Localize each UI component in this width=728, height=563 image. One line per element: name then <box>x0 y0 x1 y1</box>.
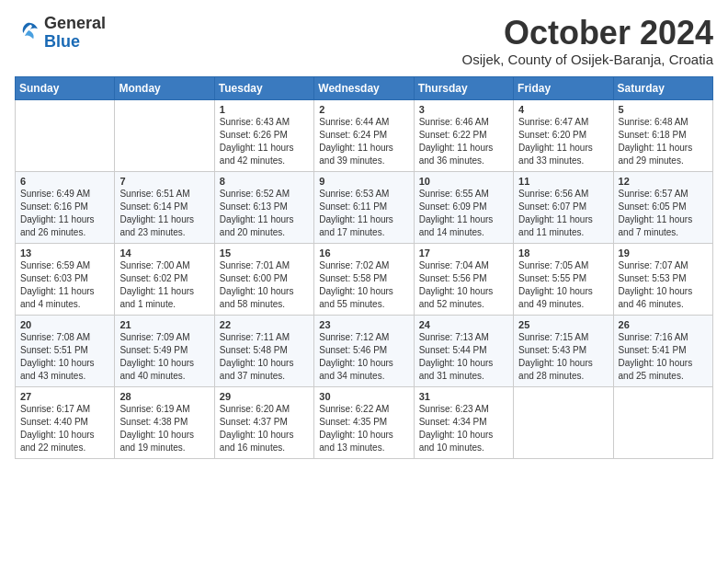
calendar-week-row: 1Sunrise: 6:43 AMSunset: 6:26 PMDaylight… <box>16 99 713 171</box>
day-number: 6 <box>20 176 109 187</box>
day-number: 15 <box>220 247 309 259</box>
day-info: Sunrise: 7:01 AMSunset: 6:00 PMDaylight:… <box>220 259 309 311</box>
calendar-cell: 17Sunrise: 7:04 AMSunset: 5:56 PMDayligh… <box>414 243 513 315</box>
calendar-cell: 12Sunrise: 6:57 AMSunset: 6:05 PMDayligh… <box>613 171 712 243</box>
calendar-cell: 8Sunrise: 6:52 AMSunset: 6:13 PMDaylight… <box>214 171 313 243</box>
day-info: Sunrise: 6:52 AMSunset: 6:13 PMDaylight:… <box>220 188 309 239</box>
day-info: Sunrise: 6:46 AMSunset: 6:22 PMDaylight:… <box>419 116 508 167</box>
day-header-thursday: Thursday <box>414 76 513 99</box>
day-header-wednesday: Wednesday <box>314 76 414 99</box>
calendar-cell <box>514 386 613 458</box>
day-info: Sunrise: 6:48 AMSunset: 6:18 PMDaylight:… <box>619 116 708 167</box>
calendar-header-row: SundayMondayTuesdayWednesdayThursdayFrid… <box>16 76 713 99</box>
calendar-cell: 21Sunrise: 7:09 AMSunset: 5:49 PMDayligh… <box>115 315 214 386</box>
calendar-cell: 24Sunrise: 7:13 AMSunset: 5:44 PMDayligh… <box>414 315 513 386</box>
day-info: Sunrise: 7:09 AMSunset: 5:49 PMDaylight:… <box>119 331 209 383</box>
calendar-cell: 15Sunrise: 7:01 AMSunset: 6:00 PMDayligh… <box>214 243 313 315</box>
calendar-week-row: 20Sunrise: 7:08 AMSunset: 5:51 PMDayligh… <box>16 315 713 386</box>
day-info: Sunrise: 6:51 AMSunset: 6:14 PMDaylight:… <box>119 188 209 239</box>
day-info: Sunrise: 6:19 AMSunset: 4:38 PMDaylight:… <box>119 403 209 454</box>
day-info: Sunrise: 7:12 AMSunset: 5:46 PMDaylight:… <box>319 331 408 383</box>
day-number: 5 <box>619 104 708 115</box>
calendar-cell: 10Sunrise: 6:55 AMSunset: 6:09 PMDayligh… <box>414 171 513 243</box>
day-info: Sunrise: 6:55 AMSunset: 6:09 PMDaylight:… <box>419 188 508 239</box>
day-header-sunday: Sunday <box>16 76 115 99</box>
day-info: Sunrise: 7:04 AMSunset: 5:56 PMDaylight:… <box>419 259 508 311</box>
day-number: 16 <box>319 247 408 259</box>
day-number: 30 <box>319 391 408 402</box>
calendar-cell: 30Sunrise: 6:22 AMSunset: 4:35 PMDayligh… <box>314 386 414 458</box>
calendar-cell: 27Sunrise: 6:17 AMSunset: 4:40 PMDayligh… <box>16 386 115 458</box>
calendar-cell: 6Sunrise: 6:49 AMSunset: 6:16 PMDaylight… <box>16 171 115 243</box>
day-info: Sunrise: 6:23 AMSunset: 4:34 PMDaylight:… <box>419 403 508 454</box>
calendar-cell: 22Sunrise: 7:11 AMSunset: 5:48 PMDayligh… <box>214 315 313 386</box>
day-number: 7 <box>119 176 209 187</box>
day-header-monday: Monday <box>115 76 214 99</box>
calendar-cell: 19Sunrise: 7:07 AMSunset: 5:53 PMDayligh… <box>613 243 712 315</box>
day-info: Sunrise: 6:56 AMSunset: 6:07 PMDaylight:… <box>518 188 608 239</box>
month-title: October 2024 <box>462 15 713 52</box>
day-info: Sunrise: 6:20 AMSunset: 4:37 PMDaylight:… <box>220 403 309 454</box>
day-number: 26 <box>619 319 708 330</box>
day-number: 23 <box>319 319 408 330</box>
calendar-cell: 9Sunrise: 6:53 AMSunset: 6:11 PMDaylight… <box>314 171 414 243</box>
day-info: Sunrise: 6:44 AMSunset: 6:24 PMDaylight:… <box>319 116 408 167</box>
day-number: 14 <box>119 247 209 259</box>
day-number: 24 <box>419 319 508 330</box>
calendar-week-row: 27Sunrise: 6:17 AMSunset: 4:40 PMDayligh… <box>16 386 713 458</box>
page-header: General Blue October 2024 Osijek, County… <box>15 15 713 67</box>
calendar-cell: 18Sunrise: 7:05 AMSunset: 5:55 PMDayligh… <box>514 243 613 315</box>
day-number: 8 <box>220 176 309 187</box>
day-number: 27 <box>20 391 109 402</box>
calendar-cell: 14Sunrise: 7:00 AMSunset: 6:02 PMDayligh… <box>115 243 214 315</box>
day-info: Sunrise: 7:11 AMSunset: 5:48 PMDaylight:… <box>220 331 309 383</box>
logo-bird-icon <box>15 20 40 46</box>
day-number: 29 <box>220 391 309 402</box>
day-info: Sunrise: 7:08 AMSunset: 5:51 PMDaylight:… <box>20 331 109 383</box>
calendar-cell: 23Sunrise: 7:12 AMSunset: 5:46 PMDayligh… <box>314 315 414 386</box>
day-number: 11 <box>518 176 608 187</box>
calendar-cell: 13Sunrise: 6:59 AMSunset: 6:03 PMDayligh… <box>16 243 115 315</box>
calendar-week-row: 13Sunrise: 6:59 AMSunset: 6:03 PMDayligh… <box>16 243 713 315</box>
day-number: 19 <box>619 247 708 259</box>
title-section: October 2024 Osijek, County of Osijek-Ba… <box>462 15 713 67</box>
day-info: Sunrise: 6:59 AMSunset: 6:03 PMDaylight:… <box>20 259 109 311</box>
day-info: Sunrise: 6:17 AMSunset: 4:40 PMDaylight:… <box>20 403 109 454</box>
calendar-cell <box>613 386 712 458</box>
day-number: 17 <box>419 247 508 259</box>
day-header-saturday: Saturday <box>613 76 712 99</box>
day-number: 13 <box>20 247 109 259</box>
calendar-table: SundayMondayTuesdayWednesdayThursdayFrid… <box>15 76 713 459</box>
day-number: 12 <box>619 176 708 187</box>
calendar-cell: 20Sunrise: 7:08 AMSunset: 5:51 PMDayligh… <box>16 315 115 386</box>
calendar-cell: 26Sunrise: 7:16 AMSunset: 5:41 PMDayligh… <box>613 315 712 386</box>
calendar-cell: 3Sunrise: 6:46 AMSunset: 6:22 PMDaylight… <box>414 99 513 171</box>
logo-text: General Blue <box>44 15 106 52</box>
day-info: Sunrise: 7:15 AMSunset: 5:43 PMDaylight:… <box>518 331 608 383</box>
day-number: 2 <box>319 104 408 115</box>
day-info: Sunrise: 6:43 AMSunset: 6:26 PMDaylight:… <box>220 116 309 167</box>
day-number: 20 <box>20 319 109 330</box>
day-number: 4 <box>518 104 608 115</box>
calendar-cell: 28Sunrise: 6:19 AMSunset: 4:38 PMDayligh… <box>115 386 214 458</box>
calendar-cell: 11Sunrise: 6:56 AMSunset: 6:07 PMDayligh… <box>514 171 613 243</box>
day-info: Sunrise: 6:47 AMSunset: 6:20 PMDaylight:… <box>518 116 608 167</box>
day-number: 28 <box>119 391 209 402</box>
day-info: Sunrise: 7:16 AMSunset: 5:41 PMDaylight:… <box>619 331 708 383</box>
day-info: Sunrise: 7:13 AMSunset: 5:44 PMDaylight:… <box>419 331 508 383</box>
day-number: 3 <box>419 104 508 115</box>
day-number: 10 <box>419 176 508 187</box>
day-info: Sunrise: 6:53 AMSunset: 6:11 PMDaylight:… <box>319 188 408 239</box>
day-info: Sunrise: 6:49 AMSunset: 6:16 PMDaylight:… <box>20 188 109 239</box>
day-info: Sunrise: 7:07 AMSunset: 5:53 PMDaylight:… <box>619 259 708 311</box>
calendar-cell: 7Sunrise: 6:51 AMSunset: 6:14 PMDaylight… <box>115 171 214 243</box>
day-info: Sunrise: 7:05 AMSunset: 5:55 PMDaylight:… <box>518 259 608 311</box>
calendar-cell <box>115 99 214 171</box>
calendar-cell: 5Sunrise: 6:48 AMSunset: 6:18 PMDaylight… <box>613 99 712 171</box>
calendar-cell: 29Sunrise: 6:20 AMSunset: 4:37 PMDayligh… <box>214 386 313 458</box>
calendar-cell: 25Sunrise: 7:15 AMSunset: 5:43 PMDayligh… <box>514 315 613 386</box>
location-label: Osijek, County of Osijek-Baranja, Croati… <box>462 52 713 67</box>
calendar-cell: 31Sunrise: 6:23 AMSunset: 4:34 PMDayligh… <box>414 386 513 458</box>
calendar-cell: 4Sunrise: 6:47 AMSunset: 6:20 PMDaylight… <box>514 99 613 171</box>
day-header-tuesday: Tuesday <box>214 76 313 99</box>
